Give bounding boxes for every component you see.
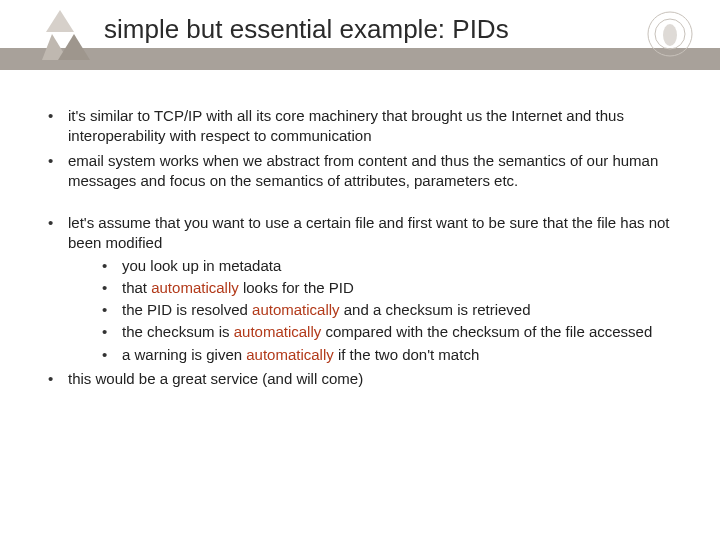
- keyword: automatically: [246, 346, 334, 363]
- bullet-text: and a checksum is retrieved: [340, 301, 531, 318]
- sub-bullet-item: the checksum is automatically compared w…: [68, 322, 678, 342]
- bullet-text: the PID is resolved: [122, 301, 252, 318]
- bullet-text: if the two don't match: [334, 346, 479, 363]
- bullet-item: this would be a great service (and will …: [42, 369, 678, 389]
- bullet-text: that: [122, 279, 151, 296]
- slide-title: simple but essential example: PIDs: [104, 14, 509, 45]
- bullet-list: let's assume that you want to use a cert…: [42, 213, 678, 389]
- keyword: automatically: [234, 323, 322, 340]
- sub-bullet-item: the PID is resolved automatically and a …: [68, 300, 678, 320]
- bullet-text: you look up in metadata: [122, 257, 281, 274]
- keyword: automatically: [252, 301, 340, 318]
- mpg-emblem-icon: [638, 2, 702, 66]
- svg-marker-2: [58, 34, 90, 60]
- keyword: automatically: [151, 279, 239, 296]
- bullet-text: this would be a great service (and will …: [68, 370, 363, 387]
- sub-bullet-item: that automatically looks for the PID: [68, 278, 678, 298]
- slide-body: it's similar to TCP/IP with all its core…: [0, 78, 720, 389]
- svg-marker-0: [46, 10, 74, 32]
- bullet-text: email system works when we abstract from…: [68, 152, 658, 189]
- header-bar: [0, 48, 720, 70]
- bullet-text: it's similar to TCP/IP with all its core…: [68, 107, 624, 144]
- bullet-item: let's assume that you want to use a cert…: [42, 213, 678, 365]
- svg-point-5: [663, 24, 677, 46]
- bullet-item: it's similar to TCP/IP with all its core…: [42, 106, 678, 147]
- bullet-text: the checksum is: [122, 323, 234, 340]
- bullet-list: it's similar to TCP/IP with all its core…: [42, 106, 678, 191]
- sub-bullet-item: a warning is given automatically if the …: [68, 345, 678, 365]
- sub-bullet-list: you look up in metadata that automatical…: [68, 256, 678, 365]
- bullet-item: email system works when we abstract from…: [42, 151, 678, 192]
- bullet-text: let's assume that you want to use a cert…: [68, 214, 670, 251]
- bullet-text: a warning is given: [122, 346, 246, 363]
- bullet-text: looks for the PID: [239, 279, 354, 296]
- triangles-logo: [40, 8, 96, 64]
- slide-header: simple but essential example: PIDs: [0, 0, 720, 78]
- bullet-text: compared with the checksum of the file a…: [321, 323, 652, 340]
- sub-bullet-item: you look up in metadata: [68, 256, 678, 276]
